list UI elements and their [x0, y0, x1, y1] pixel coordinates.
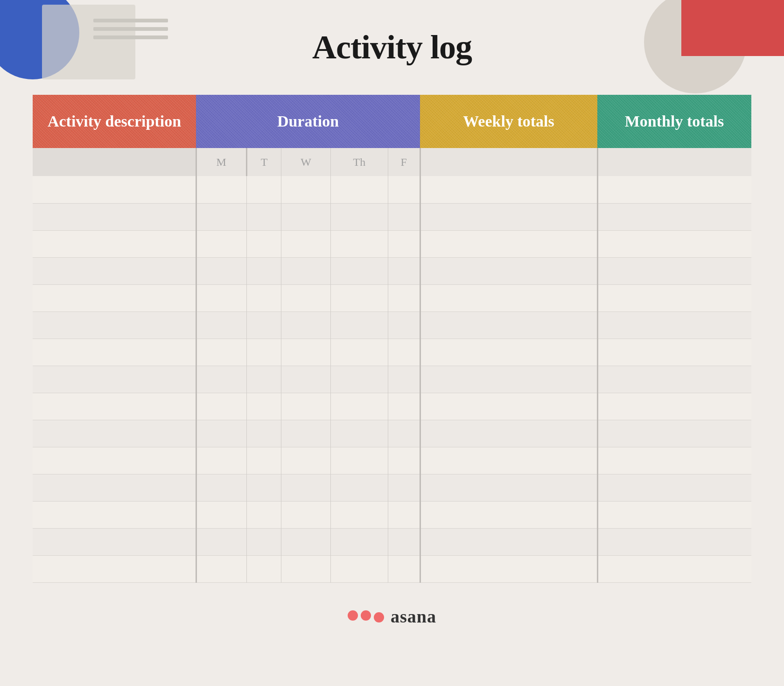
cell-fri [388, 339, 420, 366]
cell-fri [388, 501, 420, 528]
cell-monthly [597, 230, 751, 257]
cell-monthly [597, 420, 751, 447]
dot-center [361, 610, 371, 621]
cell-fri [388, 420, 420, 447]
cell-monthly [597, 393, 751, 420]
cell-fri [388, 284, 420, 311]
table-subheader-row: M T W Th F [33, 148, 751, 176]
cell-fri [388, 474, 420, 501]
cell-thu [330, 528, 388, 555]
cell-mon [196, 176, 246, 203]
activity-table: Activity description Duration Weekly tot… [33, 95, 751, 583]
cell-activity [33, 528, 196, 555]
cell-tue [246, 528, 281, 555]
cell-wed [281, 203, 330, 230]
cell-tue [246, 203, 281, 230]
cell-fri [388, 366, 420, 393]
subheader-day-F: F [388, 148, 420, 176]
cell-activity [33, 366, 196, 393]
cell-monthly [597, 528, 751, 555]
table-row [33, 447, 751, 474]
cell-tue [246, 339, 281, 366]
cell-tue [246, 311, 281, 339]
cell-fri [388, 393, 420, 420]
cell-tue [246, 176, 281, 203]
cell-fri [388, 555, 420, 582]
header-monthly-label: Monthly totals [625, 113, 724, 130]
cell-monthly [597, 339, 751, 366]
subheader-monthly-cell [597, 148, 751, 176]
cell-fri [388, 447, 420, 474]
page-title: Activity log [312, 28, 472, 67]
cell-thu [330, 420, 388, 447]
cell-mon [196, 203, 246, 230]
header-activity: Activity description [33, 95, 196, 148]
cell-weekly [420, 447, 597, 474]
cell-tue [246, 555, 281, 582]
cell-fri [388, 230, 420, 257]
cell-weekly [420, 474, 597, 501]
cell-thu [330, 555, 388, 582]
brand-name-label: asana [391, 606, 436, 627]
subheader-day-Th: Th [330, 148, 388, 176]
cell-wed [281, 393, 330, 420]
header-weekly-label: Weekly totals [463, 113, 554, 130]
cell-weekly [420, 203, 597, 230]
subheader-day-T: T [246, 148, 281, 176]
subheader-day-M: M [196, 148, 246, 176]
table-row [33, 393, 751, 420]
cell-mon [196, 311, 246, 339]
cell-mon [196, 284, 246, 311]
cell-mon [196, 528, 246, 555]
cell-thu [330, 176, 388, 203]
cell-wed [281, 366, 330, 393]
subheader-weekly-cell [420, 148, 597, 176]
cell-wed [281, 501, 330, 528]
table-body [33, 176, 751, 582]
cell-weekly [420, 230, 597, 257]
cell-weekly [420, 501, 597, 528]
cell-wed [281, 447, 330, 474]
cell-tue [246, 393, 281, 420]
cell-thu [330, 339, 388, 366]
cell-fri [388, 311, 420, 339]
table-row [33, 311, 751, 339]
cell-weekly [420, 528, 597, 555]
cell-monthly [597, 501, 751, 528]
cell-monthly [597, 366, 751, 393]
cell-thu [330, 203, 388, 230]
cell-fri [388, 528, 420, 555]
table-row [33, 284, 751, 311]
table-row [33, 230, 751, 257]
cell-weekly [420, 284, 597, 311]
cell-thu [330, 447, 388, 474]
cell-wed [281, 555, 330, 582]
cell-activity [33, 393, 196, 420]
cell-tue [246, 230, 281, 257]
page-container: Activity log Activity description Durati… [0, 0, 784, 627]
cell-mon [196, 366, 246, 393]
cell-fri [388, 203, 420, 230]
table-row [33, 420, 751, 447]
cell-thu [330, 393, 388, 420]
cell-wed [281, 176, 330, 203]
table-row [33, 176, 751, 203]
cell-activity [33, 203, 196, 230]
cell-tue [246, 420, 281, 447]
cell-monthly [597, 284, 751, 311]
cell-activity [33, 176, 196, 203]
cell-weekly [420, 366, 597, 393]
cell-fri [388, 176, 420, 203]
table-header-row: Activity description Duration Weekly tot… [33, 95, 751, 148]
footer: asana [348, 606, 436, 627]
table-row [33, 203, 751, 230]
cell-monthly [597, 203, 751, 230]
cell-monthly [597, 311, 751, 339]
cell-mon [196, 393, 246, 420]
cell-tue [246, 257, 281, 284]
cell-monthly [597, 474, 751, 501]
cell-activity [33, 339, 196, 366]
cell-activity [33, 257, 196, 284]
cell-tue [246, 474, 281, 501]
table-row [33, 257, 751, 284]
